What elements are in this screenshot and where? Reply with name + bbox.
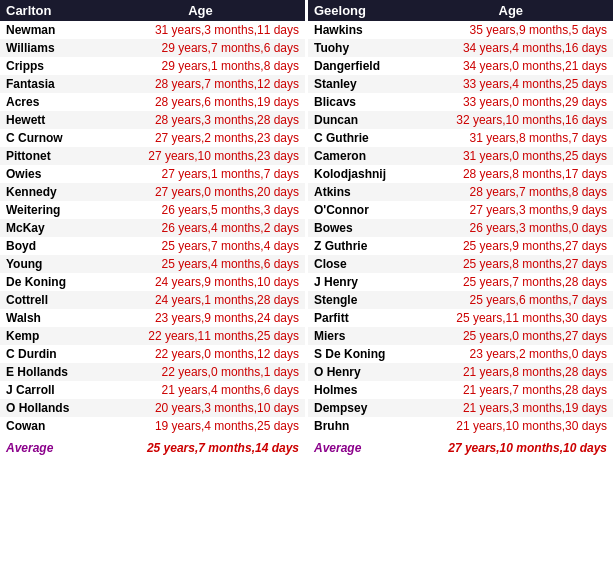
table-row: Hewett28 years,3 months,28 days (0, 111, 305, 129)
player-name: Holmes (308, 381, 409, 399)
player-age: 21 years,7 months,28 days (409, 381, 613, 399)
player-name: Weitering (0, 201, 96, 219)
player-age: 34 years,4 months,16 days (409, 39, 613, 57)
player-age: 27 years,10 months,23 days (96, 147, 305, 165)
table-row: C Durdin22 years,0 months,12 days (0, 345, 305, 363)
table-row: Dangerfield34 years,0 months,21 days (308, 57, 613, 75)
player-name: Close (308, 255, 409, 273)
table-row: Walsh23 years,9 months,24 days (0, 309, 305, 327)
player-age: 21 years,8 months,28 days (409, 363, 613, 381)
table-row: Acres28 years,6 months,19 days (0, 93, 305, 111)
player-name: Kolodjashnij (308, 165, 409, 183)
player-name: Cottrell (0, 291, 96, 309)
player-name: Z Guthrie (308, 237, 409, 255)
player-name: Cowan (0, 417, 96, 435)
player-name: Fantasia (0, 75, 96, 93)
table-row: J Henry25 years,7 months,28 days (308, 273, 613, 291)
player-name: Bowes (308, 219, 409, 237)
player-name: O'Connor (308, 201, 409, 219)
player-age: 28 years,7 months,12 days (96, 75, 305, 93)
player-age: 22 years,11 months,25 days (96, 327, 305, 345)
table-row: Boyd25 years,7 months,4 days (0, 237, 305, 255)
player-name: Acres (0, 93, 96, 111)
table-row: Parfitt25 years,11 months,30 days (308, 309, 613, 327)
player-name: Blicavs (308, 93, 409, 111)
table-row: Bruhn21 years,10 months,30 days (308, 417, 613, 435)
table-row: McKay26 years,4 months,2 days (0, 219, 305, 237)
player-age: 25 years,7 months,28 days (409, 273, 613, 291)
player-name: Atkins (308, 183, 409, 201)
player-name: Walsh (0, 309, 96, 327)
table-row: Z Guthrie25 years,9 months,27 days (308, 237, 613, 255)
player-age: 29 years,1 months,8 days (96, 57, 305, 75)
geelong-age-header: Age (409, 0, 613, 21)
player-name: Cameron (308, 147, 409, 165)
player-name: Newman (0, 21, 96, 39)
table-row: Kennedy27 years,0 months,20 days (0, 183, 305, 201)
carlton-table: Carlton Age Newman31 years,3 months,11 d… (0, 0, 305, 459)
table-row: Pittonet27 years,10 months,23 days (0, 147, 305, 165)
player-age: 25 years,8 months,27 days (409, 255, 613, 273)
player-age: 26 years,3 months,0 days (409, 219, 613, 237)
table-row: Close25 years,8 months,27 days (308, 255, 613, 273)
player-age: 21 years,3 months,19 days (409, 399, 613, 417)
player-name: C Curnow (0, 129, 96, 147)
player-age: 23 years,9 months,24 days (96, 309, 305, 327)
player-name: E Hollands (0, 363, 96, 381)
player-name: Kemp (0, 327, 96, 345)
table-row: Weitering26 years,5 months,3 days (0, 201, 305, 219)
player-name: J Carroll (0, 381, 96, 399)
table-row: Cameron31 years,0 months,25 days (308, 147, 613, 165)
table-row: Hawkins35 years,9 months,5 days (308, 21, 613, 39)
table-row: Newman31 years,3 months,11 days (0, 21, 305, 39)
player-age: 35 years,9 months,5 days (409, 21, 613, 39)
table-row: J Carroll21 years,4 months,6 days (0, 381, 305, 399)
player-name: Parfitt (308, 309, 409, 327)
geelong-team-header: Geelong (308, 0, 409, 21)
table-row: Cripps29 years,1 months,8 days (0, 57, 305, 75)
player-name: Duncan (308, 111, 409, 129)
player-age: 28 years,8 months,17 days (409, 165, 613, 183)
table-row: C Curnow27 years,2 months,23 days (0, 129, 305, 147)
player-age: 31 years,8 months,7 days (409, 129, 613, 147)
table-row: Kolodjashnij28 years,8 months,17 days (308, 165, 613, 183)
player-name: S De Koning (308, 345, 409, 363)
player-name: Williams (0, 39, 96, 57)
player-name: C Guthrie (308, 129, 409, 147)
player-age: 24 years,9 months,10 days (96, 273, 305, 291)
player-name: J Henry (308, 273, 409, 291)
player-age: 28 years,7 months,8 days (409, 183, 613, 201)
player-age: 19 years,4 months,25 days (96, 417, 305, 435)
player-age: 25 years,7 months,4 days (96, 237, 305, 255)
player-age: 32 years,10 months,16 days (409, 111, 613, 129)
player-name: Kennedy (0, 183, 96, 201)
table-row: Duncan32 years,10 months,16 days (308, 111, 613, 129)
player-age: 25 years,6 months,7 days (409, 291, 613, 309)
player-age: 31 years,0 months,25 days (409, 147, 613, 165)
player-name: Hawkins (308, 21, 409, 39)
player-age: 26 years,4 months,2 days (96, 219, 305, 237)
table-row: Cowan19 years,4 months,25 days (0, 417, 305, 435)
player-age: 29 years,7 months,6 days (96, 39, 305, 57)
player-age: 27 years,3 months,9 days (409, 201, 613, 219)
table-row: Young25 years,4 months,6 days (0, 255, 305, 273)
table-row: Stengle25 years,6 months,7 days (308, 291, 613, 309)
player-age: 27 years,1 months,7 days (96, 165, 305, 183)
player-name: Dangerfield (308, 57, 409, 75)
player-age: 31 years,3 months,11 days (96, 21, 305, 39)
carlton-average-label: Average (0, 435, 96, 459)
player-name: Miers (308, 327, 409, 345)
table-row: O Henry21 years,8 months,28 days (308, 363, 613, 381)
table-row: Stanley33 years,4 months,25 days (308, 75, 613, 93)
table-row: Dempsey21 years,3 months,19 days (308, 399, 613, 417)
table-row: Owies27 years,1 months,7 days (0, 165, 305, 183)
player-age: 25 years,9 months,27 days (409, 237, 613, 255)
player-name: O Hollands (0, 399, 96, 417)
player-name: De Koning (0, 273, 96, 291)
main-container: Carlton Age Newman31 years,3 months,11 d… (0, 0, 613, 459)
player-age: 22 years,0 months,1 days (96, 363, 305, 381)
player-name: McKay (0, 219, 96, 237)
table-row: O'Connor27 years,3 months,9 days (308, 201, 613, 219)
geelong-average-value: 27 years,10 months,10 days (409, 435, 613, 459)
player-age: 25 years,0 months,27 days (409, 327, 613, 345)
